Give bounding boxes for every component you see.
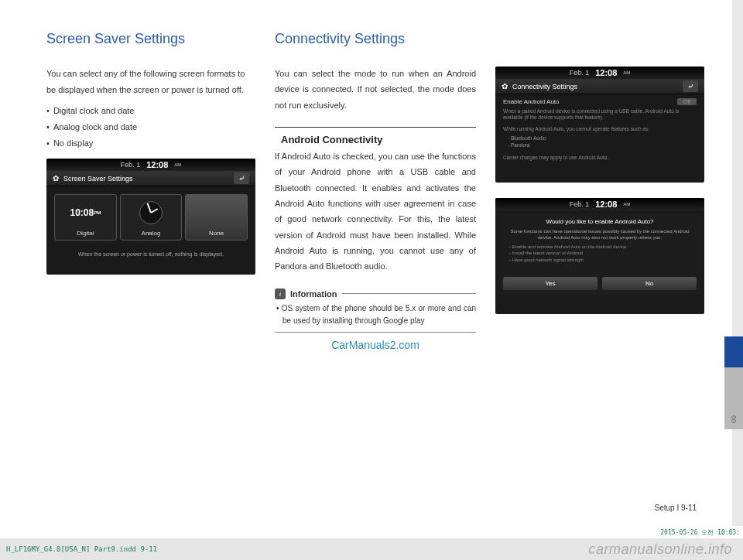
status-date: Feb. 1	[570, 69, 590, 77]
dialog-tips: - Enable and activate Android Auto on th…	[503, 244, 697, 263]
header-title: Connectivity Settings	[512, 83, 577, 90]
screenshot-enable-dialog: Feb. 1 12:08 AM Would you like to enable…	[495, 198, 704, 314]
print-timestamp: 2015-05-26 오전 10:03:	[660, 528, 740, 537]
column-right: Feb. 1 12:08 AM ✿ Connectivity Settings …	[495, 31, 704, 351]
back-icon[interactable]: ⤶	[683, 80, 698, 92]
list-item: Digital clock and date	[46, 103, 255, 119]
watermark-link: CarManuals2.com	[275, 339, 476, 351]
status-date: Feb. 1	[121, 161, 141, 169]
dialog-message: Some functions can have operational issu…	[503, 228, 697, 241]
setting-label: Enable Android Auto	[503, 98, 560, 105]
option-digital[interactable]: 10:08PM Digital	[54, 194, 117, 241]
information-header: i Information	[275, 289, 476, 299]
page-label: Setup I 9-11	[655, 504, 697, 512]
status-bar: Feb. 1 12:08 AM	[495, 198, 704, 210]
dialog-buttons: Yes No	[503, 277, 697, 290]
description: Carrier charges may apply to use Android…	[498, 154, 701, 162]
list-item: Analog clock and date	[46, 119, 255, 135]
status-time: 12:08	[595, 200, 617, 209]
status-time: 12:08	[146, 160, 168, 169]
intro-text: You can select the mode to run when an A…	[275, 66, 476, 113]
feature-list: - Bluetooth Audio - Pandora	[498, 133, 701, 150]
chapter-tab-active	[724, 336, 743, 367]
body-text: If Android Auto is checked, you can use …	[275, 149, 476, 275]
back-icon[interactable]: ⤶	[234, 172, 249, 184]
format-list: Digital clock and date Analog clock and …	[46, 103, 255, 152]
analog-clock-icon	[139, 201, 163, 224]
toggle-off[interactable]: Off	[677, 98, 697, 105]
status-date: Feb. 1	[570, 200, 590, 208]
indesign-filename: H_LF16MY_G4.0[USA_N] Part9.indd 9-11	[6, 545, 157, 553]
screenshot-screensaver: Feb. 1 12:08 AM ✿ Screen Saver Settings …	[46, 159, 255, 275]
option-label: Analog	[142, 230, 161, 237]
footer-bar: H_LF16MY_G4.0[USA_N] Part9.indd 9-11 car…	[0, 538, 743, 560]
chapter-number: 09	[730, 415, 738, 423]
caption-text: When the screen or power is turned off, …	[51, 251, 251, 257]
screenshot-connectivity-settings: Feb. 1 12:08 AM ✿ Connectivity Settings …	[495, 67, 704, 183]
chapter-tab: 09	[724, 367, 743, 429]
heading-connectivity: Connectivity Settings	[275, 31, 476, 47]
no-button[interactable]: No	[602, 277, 697, 290]
column-left: Screen Saver Settings You can select any…	[46, 31, 255, 351]
screen-header: ✿ Connectivity Settings ⤶	[495, 79, 704, 94]
status-bar: Feb. 1 12:08 AM	[46, 159, 255, 171]
list-item: No display	[46, 135, 255, 152]
option-analog[interactable]: Analog	[120, 194, 183, 241]
divider	[342, 293, 477, 294]
status-time: 12:08	[595, 68, 617, 77]
manual-page: Screen Saver Settings You can select any…	[0, 0, 743, 367]
screen-body: Enable Android Auto Off When a paired An…	[495, 94, 704, 183]
options-row: 10:08PM Digital Analog None	[51, 191, 251, 244]
yes-button[interactable]: Yes	[503, 277, 597, 290]
screen-header: ✿ Screen Saver Settings ⤶	[46, 171, 255, 186]
side-tab-strip	[732, 0, 743, 526]
status-ampm: AM	[623, 70, 630, 75]
analog-preview	[139, 198, 163, 227]
column-middle: Connectivity Settings You can select the…	[275, 31, 476, 351]
header-title: Screen Saver Settings	[63, 175, 133, 183]
gear-icon: ✿	[502, 82, 508, 90]
status-ampm: AM	[623, 202, 630, 207]
subheading-android: Android Connectivity	[275, 134, 476, 149]
description: While running Android Auto, you cannot o…	[498, 125, 701, 133]
dialog-question: Would you like to enable Android Auto?	[503, 218, 697, 225]
intro-text: You can select any of the following scre…	[46, 66, 255, 98]
heading-screen-saver: Screen Saver Settings	[46, 31, 255, 47]
option-label: Digital	[77, 230, 94, 237]
site-watermark: carmanualsonline.info	[157, 541, 737, 558]
divider	[275, 127, 476, 128]
info-icon: i	[275, 289, 286, 299]
description: When a paired Android device is connecte…	[498, 108, 701, 122]
gear-icon: ✿	[53, 174, 59, 183]
screen-body: 10:08PM Digital Analog None When the scr…	[46, 186, 255, 275]
status-ampm: AM	[174, 162, 181, 167]
option-label: None	[209, 230, 224, 237]
dialog-modal: Would you like to enable Android Auto? S…	[498, 213, 701, 295]
setting-row[interactable]: Enable Android Auto Off	[498, 96, 701, 108]
digital-preview: 10:08PM	[70, 198, 101, 227]
option-none[interactable]: None	[185, 194, 248, 241]
info-label: Information	[290, 289, 337, 299]
status-bar: Feb. 1 12:08 AM	[495, 67, 704, 79]
info-text: • OS system of the phone should be 5.x o…	[275, 299, 476, 330]
divider	[275, 332, 476, 333]
